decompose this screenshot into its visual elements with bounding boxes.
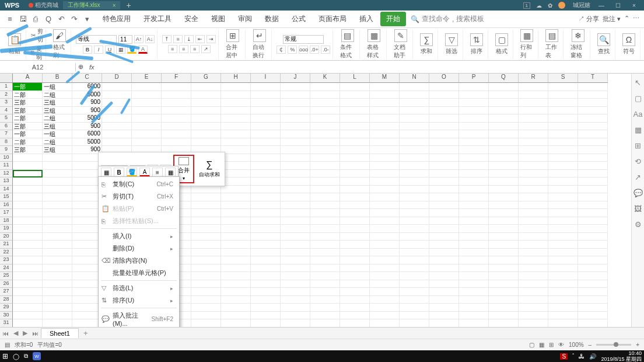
table-style-button[interactable]: ▦表格样式 <box>365 29 384 60</box>
cell[interactable] <box>13 177 43 186</box>
cell[interactable] <box>221 272 251 280</box>
cell[interactable] <box>459 114 489 123</box>
cell[interactable] <box>489 170 519 178</box>
cell[interactable] <box>370 146 400 154</box>
cell[interactable] <box>429 217 459 225</box>
merge-center-button[interactable]: ⊞合并居中 <box>223 29 243 60</box>
cell[interactable] <box>43 217 72 225</box>
cell[interactable] <box>370 312 400 320</box>
cell[interactable] <box>43 186 72 194</box>
sheet-nav-first[interactable]: ⏮ <box>0 330 11 337</box>
cell[interactable] <box>43 193 72 201</box>
cell[interactable] <box>548 177 578 186</box>
row-header-23[interactable]: 23 <box>0 256 13 264</box>
cell[interactable] <box>548 154 578 162</box>
cell[interactable] <box>400 209 429 217</box>
cell[interactable] <box>251 186 281 194</box>
cell[interactable] <box>251 177 281 186</box>
cell[interactable]: 一组 <box>43 130 72 138</box>
cell[interactable] <box>340 123 370 131</box>
cell[interactable] <box>102 83 132 91</box>
cell[interactable] <box>340 130 370 138</box>
cell[interactable] <box>340 264 370 273</box>
cell[interactable] <box>400 177 429 186</box>
cell[interactable] <box>400 241 429 249</box>
cell[interactable] <box>578 272 608 280</box>
cell[interactable] <box>429 201 459 210</box>
col-header-C[interactable]: C <box>72 74 102 83</box>
cell[interactable] <box>578 217 608 225</box>
cell[interactable] <box>400 280 429 288</box>
freeze-button[interactable]: ❄冻结窗格 <box>568 29 587 60</box>
cell[interactable] <box>281 186 310 194</box>
cell[interactable] <box>281 280 310 288</box>
cell[interactable] <box>340 319 370 328</box>
cell[interactable] <box>340 162 370 170</box>
cell[interactable] <box>400 114 429 123</box>
row-header-6[interactable]: 6 <box>0 123 13 131</box>
cell[interactable] <box>429 233 459 241</box>
cell[interactable] <box>489 264 519 273</box>
cell[interactable] <box>221 249 251 257</box>
copy-label[interactable]: 复制 <box>36 45 43 61</box>
cell[interactable] <box>400 312 429 320</box>
cell[interactable]: 二部 <box>13 138 43 147</box>
cell[interactable] <box>251 138 281 147</box>
cell[interactable] <box>310 177 340 186</box>
menu-开发工具[interactable]: 开发工具 <box>138 12 177 26</box>
cell[interactable] <box>251 249 281 257</box>
cell[interactable] <box>191 225 221 233</box>
cell[interactable] <box>43 162 72 170</box>
chart-panel-icon[interactable]: ▦ <box>635 126 642 134</box>
cell[interactable] <box>519 130 548 138</box>
cell[interactable] <box>370 138 400 147</box>
cell[interactable] <box>310 312 340 320</box>
cell[interactable] <box>459 177 489 186</box>
cell[interactable] <box>578 209 608 217</box>
cell[interactable] <box>548 170 578 178</box>
cell[interactable] <box>459 256 489 264</box>
cell[interactable] <box>400 170 429 178</box>
cell[interactable] <box>548 225 578 233</box>
cell[interactable] <box>429 256 459 264</box>
cell[interactable] <box>578 225 608 233</box>
cell[interactable] <box>400 107 429 115</box>
cell[interactable] <box>221 83 251 91</box>
dec-inc-icon[interactable]: .0+ <box>310 46 319 54</box>
cell[interactable] <box>578 107 608 115</box>
cell[interactable] <box>459 209 489 217</box>
col-header-B[interactable]: B <box>43 74 72 83</box>
row-header-31[interactable]: 31 <box>0 319 13 328</box>
cell[interactable] <box>340 241 370 249</box>
cell[interactable] <box>400 154 429 162</box>
cell[interactable] <box>548 107 578 115</box>
row-headers[interactable]: 1234567891011121314151617181920212223242… <box>0 83 13 328</box>
cell[interactable] <box>578 83 608 91</box>
cell[interactable] <box>459 264 489 273</box>
cell[interactable] <box>340 288 370 296</box>
cell[interactable] <box>13 296 43 304</box>
cell[interactable] <box>221 186 251 194</box>
row-header-3[interactable]: 3 <box>0 99 13 107</box>
cell[interactable] <box>340 154 370 162</box>
cell[interactable] <box>310 280 340 288</box>
ctx-insert[interactable]: 插入(I)▸ <box>99 230 179 242</box>
cell[interactable] <box>489 114 519 123</box>
cell[interactable] <box>429 99 459 107</box>
cell[interactable] <box>548 217 578 225</box>
cell[interactable] <box>400 225 429 233</box>
format-button[interactable]: ▢格式 <box>493 33 510 55</box>
cell[interactable] <box>429 114 459 123</box>
cell[interactable] <box>370 99 400 107</box>
list-icon[interactable]: ▤ <box>5 342 10 348</box>
select-panel-icon[interactable]: ▢ <box>635 94 642 103</box>
cell[interactable] <box>310 186 340 194</box>
cell[interactable] <box>310 154 340 162</box>
cell[interactable] <box>132 114 162 123</box>
view-split-icon[interactable]: ⊞ <box>549 342 554 348</box>
cell[interactable] <box>310 264 340 273</box>
cell[interactable] <box>281 296 310 304</box>
cell[interactable] <box>489 83 519 91</box>
ctx-delete[interactable]: 删除(D)▸ <box>99 242 179 255</box>
orient-icon[interactable]: ↗ <box>201 45 211 53</box>
